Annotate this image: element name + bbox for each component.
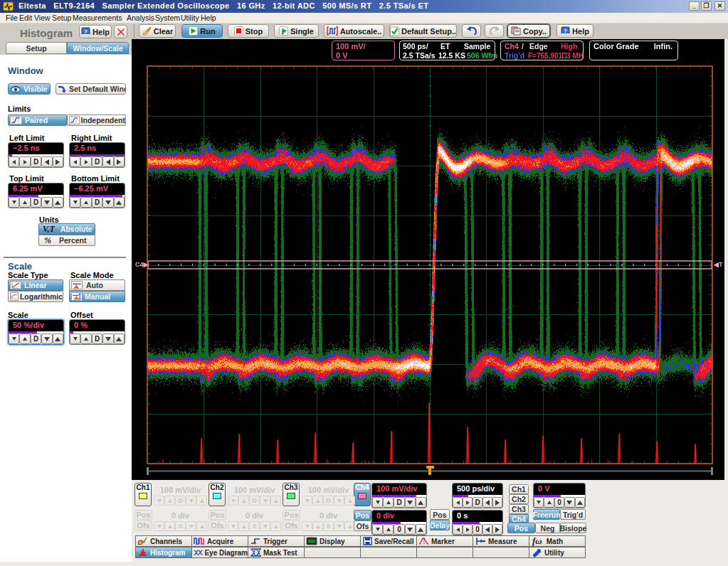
svg-text:?: ? bbox=[564, 28, 567, 34]
svg-text:?: ? bbox=[84, 28, 88, 35]
